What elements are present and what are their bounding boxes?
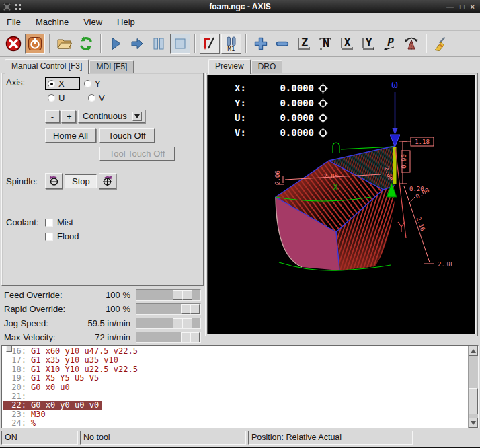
pause-button[interactable]	[149, 34, 169, 54]
gcode-line-active[interactable]: 22:G0 x0 y0 u0 v0	[3, 401, 102, 410]
step-button[interactable]	[127, 34, 147, 54]
tab-preview[interactable]: Preview	[208, 59, 251, 74]
rotate-view-button[interactable]	[401, 34, 422, 54]
status-position-mode: Position: Relative Actual	[248, 431, 413, 445]
spindle-cw-icon	[102, 175, 114, 187]
scroll-up-arrow[interactable]	[469, 346, 478, 356]
toolbar: M1 Z N X Y P	[0, 31, 480, 57]
axis-window: foam.ngc - AXIS — □ × File Machine View …	[0, 0, 480, 448]
radio-axis-u[interactable]: U	[48, 93, 83, 103]
svg-text:M1: M1	[228, 46, 235, 52]
radio-axis-x[interactable]: X	[45, 77, 80, 90]
max-velocity-label: Max Velocity:	[4, 332, 83, 342]
tab-dro[interactable]: DRO	[251, 60, 283, 73]
gcode-line[interactable]: 24:%	[3, 419, 38, 428]
override-sliders: Feed Override: 100 % Rapid Override: 100…	[1, 286, 204, 352]
scroll-down-arrow[interactable]	[469, 418, 478, 428]
estop-button[interactable]	[3, 34, 24, 54]
spindle-stop-button[interactable]: Stop	[65, 174, 97, 188]
svg-text:Z: Z	[301, 36, 308, 49]
reload-icon	[78, 36, 94, 52]
tab-mdi[interactable]: MDI [F5]	[89, 60, 134, 73]
gcode-line[interactable]: 23:M30	[3, 410, 48, 419]
reload-file-button[interactable]	[76, 34, 96, 54]
gcode-line[interactable]: 17:G1 x35 y10 u35 v10	[3, 356, 121, 365]
minimize-button[interactable]: —	[446, 3, 454, 11]
manual-panel: Manual Control [F3] MDI [F5] Axis: X Y U…	[0, 57, 204, 344]
gcode-scrollbar[interactable]	[468, 346, 478, 428]
view-perspective-button[interactable]: P	[380, 34, 400, 54]
menu-view[interactable]: View	[83, 17, 102, 27]
jog-minus-button[interactable]: -	[45, 110, 60, 123]
zoom-out-button[interactable]	[272, 34, 292, 54]
coolant-label: Coolant:	[6, 217, 45, 227]
stop-button[interactable]	[170, 34, 190, 54]
gcode-listing[interactable]: 16:G1 x60 y10 u47.5 v22.5 17:G1 x35 y10 …	[2, 346, 468, 428]
slider-handle[interactable]	[181, 304, 200, 314]
window-menu-icon[interactable]	[15, 4, 21, 10]
svg-text:P: P	[387, 36, 394, 48]
view-perspective-icon: P	[382, 36, 398, 52]
gcode-line[interactable]: 18:G1 X10 Y10 u22.5 v22.5	[3, 365, 141, 374]
gcode-line[interactable]: 16:G1 x60 y10 u47.5 v22.5	[3, 347, 141, 356]
estop-icon	[5, 36, 22, 52]
dim-side: 0.90	[401, 154, 407, 169]
preview-canvas[interactable]: X:0.0000 Y:0.0000 U:0.0000 V:0.0000	[207, 75, 476, 334]
combo-arrow-icon	[132, 112, 142, 121]
broom-icon	[433, 36, 449, 52]
maximize-button[interactable]: □	[460, 3, 465, 11]
gcode-line[interactable]: 19:G1 X5 Y5 U5 V5	[3, 374, 102, 383]
clear-plot-button[interactable]	[431, 34, 451, 54]
menu-machine[interactable]: Machine	[36, 17, 69, 27]
jog-mode-combobox[interactable]: Continuous	[78, 110, 145, 123]
home-all-button[interactable]: Home All	[45, 128, 96, 143]
preview-body: X:0.0000 Y:0.0000 U:0.0000 V:0.0000	[205, 73, 478, 336]
close-button[interactable]: ×	[471, 3, 475, 11]
radio-axis-v[interactable]: V	[88, 93, 123, 103]
scroll-thumb[interactable]	[469, 388, 478, 414]
gcode-line[interactable]: 20:G0 x0 u0	[3, 383, 73, 392]
gcode-pane: 16:G1 x60 y10 u47.5 v22.5 17:G1 x35 y10 …	[1, 345, 479, 428]
spindle-label: Spindle:	[6, 176, 45, 186]
gcode-line[interactable]: 21:	[3, 392, 34, 401]
view-z-button[interactable]: Z	[294, 34, 314, 54]
radio-dot	[48, 94, 55, 102]
window-icon[interactable]	[3, 3, 11, 11]
flood-checkbox[interactable]: Flood	[45, 231, 79, 241]
optional-pause-button[interactable]: M1	[221, 34, 241, 54]
menu-help[interactable]: Help	[117, 17, 135, 27]
slider-handle[interactable]	[181, 332, 200, 342]
open-file-button[interactable]	[54, 34, 75, 54]
zoom-in-button[interactable]	[251, 34, 271, 54]
skip-lines-button[interactable]	[200, 34, 220, 54]
tab-manual-control[interactable]: Manual Control [F3]	[5, 59, 89, 74]
radio-axis-y[interactable]: Y	[84, 79, 119, 89]
spindle-ccw-button[interactable]	[45, 173, 63, 189]
spindle-ccw-icon	[48, 175, 60, 187]
view-x-icon: X	[339, 36, 355, 52]
jog-speed-label: Jog Speed:	[4, 318, 83, 328]
toolbar-separator	[194, 34, 196, 53]
tool-glyph: ω	[391, 78, 398, 91]
touch-off-button[interactable]: Touch Off	[99, 128, 155, 143]
spindle-cw-button[interactable]	[99, 173, 116, 189]
rapid-override-value: 100 %	[83, 304, 136, 314]
view-x-button[interactable]: X	[337, 34, 357, 54]
machine-power-button[interactable]	[25, 34, 45, 54]
feed-override-slider[interactable]	[136, 289, 201, 301]
jog-speed-slider[interactable]	[136, 318, 201, 329]
max-velocity-slider[interactable]	[136, 332, 201, 343]
mist-checkbox[interactable]: Mist	[45, 217, 79, 227]
view-z-rotated-button[interactable]: N	[315, 34, 335, 54]
svg-text:Y: Y	[365, 36, 372, 49]
slider-handle[interactable]	[173, 290, 192, 300]
slider-handle[interactable]	[173, 318, 192, 328]
run-button[interactable]	[106, 34, 126, 54]
menu-file[interactable]: File	[7, 17, 21, 27]
jog-plus-button[interactable]: +	[61, 110, 76, 123]
view-y-button[interactable]: Y	[358, 34, 378, 54]
feed-override-label: Feed Override:	[4, 290, 83, 300]
view-z-rotated-icon: N	[317, 36, 333, 52]
dim-285: 2.85	[323, 173, 338, 180]
rapid-override-slider[interactable]	[136, 303, 201, 315]
